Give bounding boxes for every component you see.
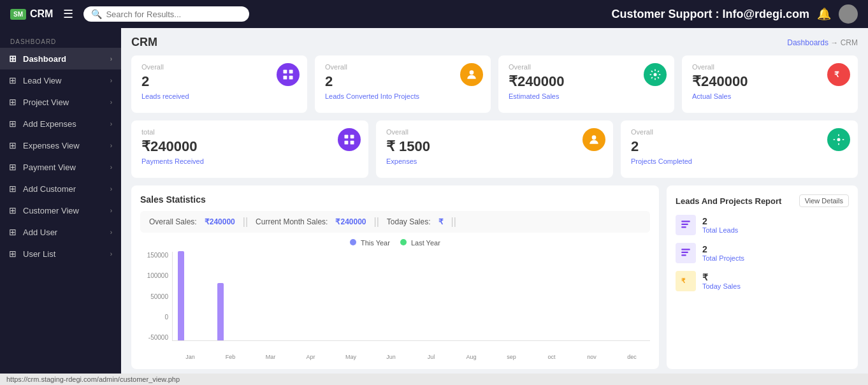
- search-bar[interactable]: 🔍: [83, 6, 249, 22]
- bar-this-year: [452, 339, 459, 340]
- x-label: sep: [493, 354, 530, 360]
- chevron-icon: ›: [110, 251, 112, 258]
- stat-value: 2: [141, 73, 297, 90]
- sidebar-item-label: Add User: [23, 228, 57, 237]
- x-label: May: [333, 354, 369, 360]
- overall-sales-value: ₹240000: [205, 217, 235, 226]
- svg-rect-0: [284, 70, 287, 74]
- bar-this-year: [531, 339, 537, 340]
- sidebar-item-customer-view[interactable]: ⊞ Customer View ›: [0, 200, 121, 221]
- total-leads-count: 2: [702, 216, 738, 226]
- sidebar-item-label: Lead View: [23, 76, 61, 85]
- bar-this-year: [335, 339, 341, 340]
- breadcrumb-link-dashboards[interactable]: Dashboards: [787, 38, 828, 47]
- search-input[interactable]: [106, 10, 242, 19]
- x-label: Mar: [252, 354, 289, 360]
- stat-desc: Estimated Sales: [509, 92, 664, 100]
- logo-text: CRM: [30, 8, 53, 20]
- x-label: Jun: [373, 354, 409, 360]
- total-projects-label: Total Projects: [702, 254, 744, 262]
- sidebar: DASHBOARD ⊞ Dashboard › ⊞ Lead View › ⊞ …: [0, 28, 121, 374]
- total-leads-icon: [676, 215, 696, 235]
- bar-last-year: [185, 339, 192, 340]
- stat-card-payments-received: total ₹240000 Payments Received: [131, 120, 368, 178]
- svg-rect-8: [351, 135, 354, 139]
- sidebar-item-add-user[interactable]: ⊞ Add User ›: [0, 221, 121, 243]
- chevron-icon: ›: [110, 99, 112, 106]
- sidebar-item-project-view[interactable]: ⊞ Project View ›: [0, 91, 121, 113]
- sidebar-item-user-list[interactable]: ⊞ User List ›: [0, 243, 121, 265]
- chevron-icon: ›: [110, 207, 112, 214]
- svg-rect-1: [289, 70, 293, 74]
- stat-card-projects-completed: Overall 2 Projects Completed: [621, 120, 858, 178]
- breadcrumb-sep: →: [830, 38, 840, 47]
- y-axis-labels: 150000 100000 50000 0 -50000: [140, 252, 168, 341]
- sidebar-item-label: Add Customer: [23, 184, 76, 194]
- logo[interactable]: SM CRM: [10, 8, 53, 20]
- bar-group: [413, 339, 449, 340]
- bar-last-year: [225, 339, 231, 340]
- stat-label: Overall: [509, 63, 664, 71]
- y-label: -50000: [140, 334, 168, 341]
- bar-this-year: [296, 339, 302, 340]
- bar-last-year: [578, 339, 584, 340]
- stat-card-leads-converted: Overall 2 Leads Converted Into Projects: [315, 55, 491, 113]
- sidebar-item-dashboard[interactable]: ⊞ Dashboard ›: [0, 48, 121, 69]
- svg-rect-10: [351, 141, 354, 145]
- bar-last-year: [500, 339, 506, 340]
- sidebar-item-expenses-view[interactable]: ⊞ Expenses View ›: [0, 134, 121, 156]
- sidebar-item-lead-view[interactable]: ⊞ Lead View ›: [0, 69, 121, 91]
- stat-icon: [644, 63, 667, 86]
- stat-value: ₹240000: [509, 73, 664, 90]
- bar-group: [296, 339, 331, 340]
- search-icon: 🔍: [91, 9, 102, 19]
- bar-group: [452, 339, 488, 340]
- x-label: Jan: [172, 354, 208, 360]
- stat-icon: [582, 128, 605, 151]
- notification-icon[interactable]: 🔔: [817, 7, 831, 21]
- stat-label: total: [141, 128, 358, 136]
- sales-statistics-title: Sales Statistics: [140, 194, 650, 205]
- svg-text:₹: ₹: [681, 277, 686, 284]
- bar-this-year: [374, 339, 380, 340]
- stat-icon: [827, 128, 850, 151]
- sidebar-item-label: Project View: [23, 98, 69, 107]
- svg-rect-18: [681, 254, 686, 256]
- sidebar-item-label: Expenses View: [23, 141, 80, 150]
- svg-point-5: [654, 73, 657, 76]
- chevron-icon: ›: [110, 164, 112, 171]
- user-list-icon: ⊞: [9, 249, 17, 259]
- report-item-today-sales: ₹ ₹ Today Sales: [676, 271, 849, 291]
- stat-label: Overall: [692, 63, 848, 71]
- x-axis-labels: JanFebMarAprMayJunJulAugsepoctnovdec: [140, 354, 650, 360]
- x-label: Apr: [293, 354, 329, 360]
- topbar-right: Customer Support : Info@rdegi.com 🔔: [611, 4, 858, 24]
- chevron-icon: ›: [110, 185, 112, 192]
- sidebar-item-add-expenses[interactable]: ⊞ Add Expenses ›: [0, 113, 121, 134]
- sidebar-item-add-customer[interactable]: ⊞ Add Customer ›: [0, 178, 121, 200]
- stat-desc: Leads received: [141, 92, 297, 100]
- bar-group: [492, 339, 528, 340]
- svg-point-11: [592, 135, 597, 140]
- today-sales-label: Today Sales: [702, 282, 741, 290]
- stat-value: 2: [325, 73, 481, 90]
- today-label: Today Sales:: [387, 217, 431, 226]
- menu-icon[interactable]: ☰: [63, 7, 73, 21]
- legend-dot-this-year: [350, 239, 356, 245]
- legend-dot-last-year: [400, 239, 407, 245]
- svg-text:₹: ₹: [834, 70, 839, 78]
- avatar[interactable]: [839, 4, 858, 24]
- stat-card-leads-received: Overall 2 Leads received: [131, 55, 307, 113]
- legend-last-year: Last Year: [400, 239, 440, 247]
- view-details-button[interactable]: View Details: [799, 194, 849, 207]
- svg-point-12: [837, 138, 841, 142]
- sales-summary: Overall Sales: ₹240000 || Current Month …: [140, 211, 650, 233]
- current-month-label: Current Month Sales:: [256, 217, 328, 226]
- add-expenses-icon: ⊞: [9, 119, 17, 129]
- x-label: nov: [574, 354, 610, 360]
- stat-desc: Leads Converted Into Projects: [325, 92, 481, 100]
- bar-last-year: [539, 339, 545, 340]
- bar-last-year: [382, 339, 388, 340]
- status-url: https://crm.staging-rdegi.com/admin/cust…: [6, 375, 180, 383]
- sidebar-item-payment-view[interactable]: ⊞ Payment View ›: [0, 156, 121, 178]
